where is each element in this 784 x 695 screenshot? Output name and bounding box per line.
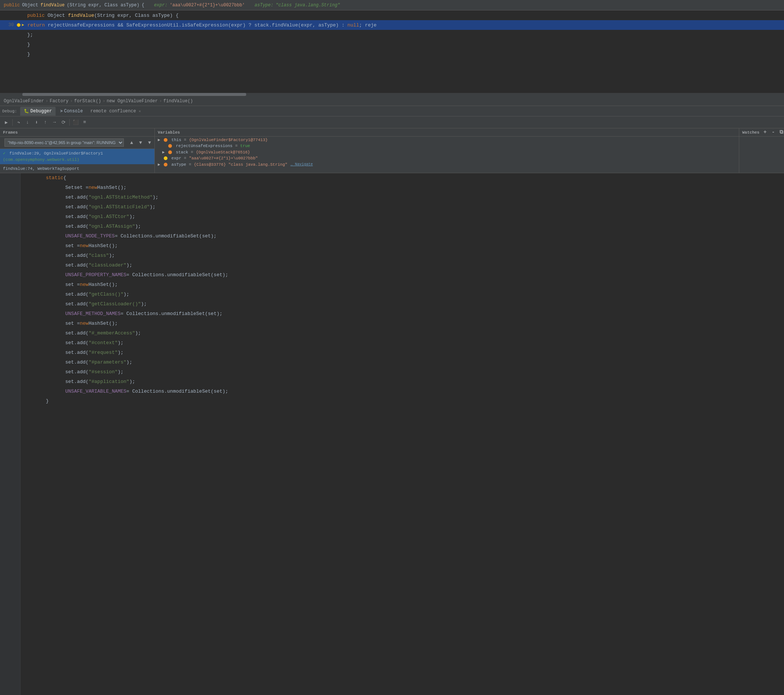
debug-tabs-bar: Debug: 🐛 Debugger > Console remote confl… — [0, 106, 784, 116]
code-line-add-1: set.add("ognl.ASTStaticMethod"); — [26, 193, 784, 202]
expand-stack[interactable]: ▶ — [162, 150, 167, 155]
sig-astype-label: asType: — [255, 3, 273, 8]
tab-debugger[interactable]: 🐛 Debugger — [20, 107, 56, 116]
remote-tab-label: remote confluence — [90, 109, 136, 114]
toolbar-sep-1 — [12, 119, 13, 126]
code-line-add-3: set.add("ognl.ASTCtor"); — [26, 212, 784, 222]
sig-brace: { — [142, 3, 144, 8]
code-line-set-init-3: set = new HashSet(); — [26, 280, 784, 290]
breadcrumb-sep-2: › — [70, 99, 73, 104]
debug-panel: Frames "http-nio-8090-exec-1"@42,965 in … — [0, 129, 784, 173]
tab-console[interactable]: > Console — [56, 107, 87, 116]
thread-select[interactable]: "http-nio-8090-exec-1"@42,965 in group "… — [5, 139, 124, 147]
var-this[interactable]: ▶ this = {OgnlValueFinder$Factory1@77413… — [155, 137, 739, 143]
code-line-close-static: } — [26, 396, 784, 406]
resume-btn[interactable]: ▶ — [2, 118, 10, 127]
breadcrumb-item-factory[interactable]: Factory — [49, 99, 68, 104]
frames-panel: Frames "http-nio-8090-exec-1"@42,965 in … — [0, 129, 155, 173]
code-content: static { Set set = new HashSet(); set.ad… — [20, 173, 784, 695]
add-watch-btn[interactable]: + — [762, 129, 768, 135]
var-expr[interactable]: expr = "aaa\u0027+#{2*1}+\u0027bbb" — [155, 155, 739, 161]
code-line-add-classloader: set.add("classLoader"); — [26, 261, 784, 270]
remote-confluence-tab[interactable]: remote confluence ✕ — [87, 107, 145, 116]
sig-expr-label: expr: — [154, 3, 168, 8]
prev-thread-btn[interactable]: ▲ — [128, 139, 136, 147]
code-line-add-memberaccess: set.add("#_memberAccess"); — [26, 329, 784, 338]
var-name-astype: asType — [169, 162, 186, 167]
var-eq-expr: = — [184, 156, 186, 160]
frame-main-1: findValue:74, WebWorkTagSupport (com.ope… — [3, 167, 92, 173]
copy-watch-btn[interactable]: ⧉ — [778, 129, 784, 135]
var-name-stack: stack — [173, 150, 188, 155]
evaluate-btn[interactable]: ⟳ — [59, 118, 68, 127]
thread-row: "http-nio-8090-exec-1"@42,965 in group "… — [0, 137, 155, 149]
frame-item-1[interactable]: findValue:74, WebWorkTagSupport (com.ope… — [0, 164, 155, 173]
var-stack[interactable]: ▶ stack = {OgnlValueStack@76516} — [155, 149, 739, 155]
code-line-add-getclassloader: set.add("getClassLoader()"); — [26, 299, 784, 309]
var-rejectunsafe[interactable]: rejectUnsafeExpressions = true — [155, 143, 739, 149]
code-scroll-area[interactable]: static { Set set = new HashSet(); set.ad… — [0, 173, 784, 695]
top-code-area: public Object findValue(String expr, Cla… — [0, 10, 784, 96]
step-into-btn[interactable]: ↓ — [23, 118, 32, 127]
var-val-astype: {Class@33776} "class java.lang.String" — [194, 162, 288, 167]
code-line-set-init-4: set = new HashSet(); — [26, 319, 784, 329]
var-val-stack: {OgnlValueStack@76516} — [196, 150, 250, 155]
var-name-expr: expr — [169, 156, 181, 160]
debug-label: Debug: — [2, 109, 17, 114]
var-val-expr: "aaa\u0027+#{2*1}+\u0027bbb" — [189, 156, 258, 160]
breadcrumb-item-findvalue[interactable]: findValue() — [163, 99, 193, 104]
sig-method: findValue — [40, 3, 64, 8]
debug-toolbar: ▶ ↷ ↓ ⬇ ↑ → ⟳ ⬛ ≡ — [0, 116, 784, 129]
code-line-unsafe-var: UNSAFE_VARIABLE_NAMES = Collections.unmo… — [26, 387, 784, 396]
code-line-set-init-2: set = new HashSet(); — [26, 241, 784, 251]
navigate-astype-link[interactable]: … Navigate — [291, 162, 313, 167]
debugger-label: Debugger — [31, 109, 52, 114]
settings-btn[interactable]: ≡ — [81, 118, 89, 127]
breadcrumb-item-1[interactable]: OgnlValueFinder — [4, 99, 44, 104]
sig-modifier: public — [4, 3, 20, 8]
run-to-cursor-btn[interactable]: → — [50, 118, 59, 127]
code-line-unsafe-prop: UNSAFE_PROPERTY_NAMES = Collections.unmo… — [26, 270, 784, 280]
filter-frames-btn[interactable]: ▼ — [145, 139, 154, 147]
code-line-add-class: set.add("class"); — [26, 251, 784, 261]
step-into-my-code-btn[interactable]: ⬇ — [33, 118, 41, 127]
sig-return: Object — [22, 3, 38, 8]
breadcrumb-item-newognl[interactable]: new OgnlValueFinder — [107, 99, 158, 104]
frames-header: Frames — [0, 129, 155, 137]
stop-btn[interactable]: ⬛ — [72, 118, 80, 127]
expand-this[interactable]: ▶ — [158, 137, 162, 142]
console-icon: > — [60, 109, 63, 114]
debugger-icon: 🐛 — [24, 109, 29, 114]
var-bullet-reject — [168, 144, 172, 148]
scrollbar-thumb[interactable] — [22, 93, 246, 96]
close-remote-tab[interactable]: ✕ — [138, 109, 142, 114]
breakpoint-gutter: ➤ — [17, 22, 24, 28]
var-eq-stack: = — [191, 150, 194, 155]
watches-panel: Watches + - ⧉ ▾ — [739, 129, 784, 173]
expand-astype[interactable]: ▶ — [158, 162, 162, 167]
line-num-30: 30 — [4, 22, 17, 28]
main-editor: static { Set set = new HashSet(); set.ad… — [0, 173, 784, 695]
code-line-add-4: set.add("ognl.ASTAssign"); — [26, 222, 784, 231]
breadcrumb-item-forstack[interactable]: forStack() — [74, 99, 101, 104]
var-name-this: this — [169, 138, 181, 142]
code-line-unsafe-node: UNSAFE_NODE_TYPES = Collections.unmodifi… — [26, 231, 784, 241]
remove-watch-btn[interactable]: - — [770, 129, 777, 135]
step-out-btn[interactable]: ↑ — [41, 118, 49, 127]
var-bullet-astype — [164, 163, 168, 167]
next-thread-btn[interactable]: ▼ — [137, 139, 145, 147]
console-label: Console — [64, 109, 83, 114]
code-line-static: static { — [26, 173, 784, 183]
breadcrumb-sep-1: › — [46, 99, 48, 104]
sig-params: (String expr, Class asType) — [67, 3, 139, 8]
var-astype[interactable]: ▶ asType = {Class@33776} "class java.lan… — [155, 161, 739, 168]
var-eq-astype: = — [189, 162, 191, 167]
frame-item-0[interactable]: ✓ findValue:29, OgnlValueFinder$Factory1… — [0, 149, 155, 164]
step-over-btn[interactable]: ↷ — [15, 118, 23, 127]
horizontal-scrollbar[interactable] — [0, 93, 784, 96]
toolbar-sep-2 — [69, 119, 70, 126]
var-val-this: {OgnlValueFinder$Factory1@77413} — [189, 138, 268, 142]
var-val-reject: true — [240, 144, 250, 148]
code-line-add-session: set.add("#session"); — [26, 367, 784, 377]
code-line-add-application: set.add("#application"); — [26, 377, 784, 387]
